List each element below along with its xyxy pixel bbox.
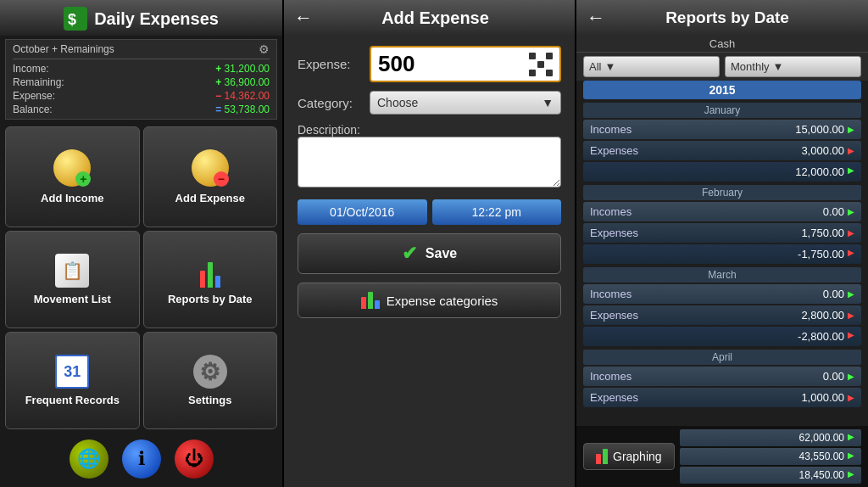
movement-list-button[interactable]: 📋 Movement List [5,231,140,328]
arrow-green-icon: ▶ [848,207,854,216]
graphing-button[interactable]: Graphing [583,443,675,470]
footer-value-1: 62,000.00 ▶ [680,429,861,446]
panel2-body: Expense: 500 Category: Choose ▼ Descript… [284,36,575,487]
power-button[interactable]: ⏻ [175,439,214,479]
footer-val-3-text: 18,450.00 [799,469,844,481]
description-input[interactable] [298,137,561,188]
table-row: Expenses 3,000.00 ▶ [583,141,861,160]
movement-list-icon: 📋 [55,254,89,288]
mar-expenses-value: 2,800.00 ▶ [801,309,854,322]
checkmark-icon: ✔ [402,243,417,265]
february-section: February Incomes 0.00 ▶ Expenses 1,750.0… [583,185,861,264]
mar-expenses-label: Expenses [590,309,638,322]
filter-all-select[interactable]: All ▼ [583,56,720,77]
table-row: Incomes 0.00 ▶ [583,367,861,386]
footer-value-3: 18,450.00 ▶ [680,467,861,484]
date-button[interactable]: 01/Oct/2016 [298,199,427,225]
table-row: Incomes 15,000.00 ▶ [583,120,861,139]
main-buttons-grid: Add Income Add Expense 📋 Movement List R… [5,126,277,429]
frequent-records-button[interactable]: 31 Frequent Records [5,332,140,429]
arrow-red-icon: ▶ [848,311,854,320]
expense-label: Expense: [13,90,55,102]
year-bar: 2015 [583,81,861,99]
category-row: Category: Choose ▼ [298,91,561,115]
panel1-header: $ Daily Expenses [0,0,282,36]
apr-expenses-label: Expenses [590,391,638,404]
arrow-red-icon: ▶ [848,393,854,402]
filter-monthly-select[interactable]: Monthly ▼ [725,56,861,77]
frequent-records-label: Frequent Records [25,394,120,406]
feb-expenses-label: Expenses [590,227,638,239]
panel3-header: ← Reports by Date [576,0,868,36]
arrow-red-icon: ▶ [848,228,854,238]
jan-incomes-label: Incomes [590,123,632,136]
table-row: Expenses 1,750.00 ▶ [583,223,861,243]
footer-value-2: 43,550.00 ▶ [680,448,861,465]
apr-expenses-value: 1,000.00 ▶ [801,391,854,404]
footer-val-2-text: 43,550.00 [799,451,844,462]
apr-incomes-label: Incomes [590,370,632,383]
category-select[interactable]: Choose ▼ [370,91,561,115]
panel3-title: Reports by Date [614,8,858,27]
back-arrow-icon[interactable]: ← [294,7,313,29]
apr-incomes-value: 0.00 ▶ [823,370,854,383]
svg-text:$: $ [68,11,76,28]
table-row: Expenses 2,800.00 ▶ [583,305,861,325]
remaining-plus-icon: + [215,76,221,88]
panel2-header: ← Add Expense [284,0,575,36]
reports-scroll-area[interactable]: January Incomes 15,000.00 ▶ Expenses 3,0… [576,103,868,426]
mar-incomes-label: Incomes [590,288,632,300]
period-label: October + Remainings [13,43,114,55]
add-expense-button[interactable]: Add Expense [143,126,278,227]
balance-eq-icon: = [215,104,221,115]
description-section: Description: [298,123,561,191]
reports-icon [193,254,227,288]
expense-categories-button[interactable]: Expense categories [298,283,561,318]
expense-input-wrap[interactable]: 500 [370,46,561,82]
mar-balance-value: -2,800.00 [798,330,844,343]
settings-icon: ⚙ [193,355,227,389]
add-income-button[interactable]: Add Income [5,126,140,227]
graphing-chart-icon [596,449,608,464]
panel1-title: Daily Expenses [94,9,219,29]
panel3-back-arrow-icon[interactable]: ← [587,7,605,29]
settings-button[interactable]: ⚙ Settings [143,332,278,429]
graphing-label: Graphing [613,450,662,463]
expense-row: Expense: − 14,362.00 [13,89,270,103]
table-row: Incomes 0.00 ▶ [583,284,861,304]
expense-value: − 14,362.00 [215,90,270,102]
time-button[interactable]: 12:22 pm [432,199,562,225]
feb-balance-value: -1,750.00 [798,248,844,260]
jan-incomes-value: 15,000.00 ▶ [795,123,854,136]
reports-by-date-button[interactable]: Reports by Date [143,231,278,328]
category-label: Category: [298,96,361,110]
movement-list-label: Movement List [34,293,111,305]
save-button[interactable]: ✔ Save [298,233,561,274]
jan-expenses-value: 3,000.00 ▶ [801,144,854,157]
add-expense-icon [192,149,229,187]
add-expense-panel: ← Add Expense Expense: 500 Category: Cho… [284,0,576,487]
income-value: + 31,200.00 [215,63,270,75]
category-dropdown-icon: ▼ [542,96,554,109]
income-row: Income: + 31,200.00 [13,62,270,76]
remaining-label: Remaining: [13,76,64,88]
arrow-red-icon: ▶ [848,146,854,155]
gear-icon[interactable]: ⚙ [259,42,270,56]
jan-balance-value: 12,000.00 [795,165,844,178]
info-button[interactable]: ℹ [122,439,161,479]
jan-balance-arrow-icon: ▶ [848,165,854,178]
april-section: April Incomes 0.00 ▶ Expenses 1,000.00 ▶ [583,350,861,407]
expense-input-value: 500 [378,51,415,77]
january-section: January Incomes 15,000.00 ▶ Expenses 3,0… [583,103,861,182]
globe-button[interactable]: 🌐 [70,439,108,479]
balance-row: Balance: = 53,738.00 [13,103,270,116]
expense-categories-icon [361,292,380,309]
jan-expenses-label: Expenses [590,144,638,157]
reports-by-date-label: Reports by Date [168,293,253,305]
expense-input-row: Expense: 500 [298,46,561,82]
march-section: March Incomes 0.00 ▶ Expenses 2,800.00 ▶… [583,267,861,346]
app-icon: $ [64,7,87,31]
reports-by-date-panel: ← Reports by Date Cash All ▼ Monthly ▼ 2… [576,0,868,487]
qr-icon [529,53,553,76]
add-expense-label: Add Expense [175,192,245,204]
